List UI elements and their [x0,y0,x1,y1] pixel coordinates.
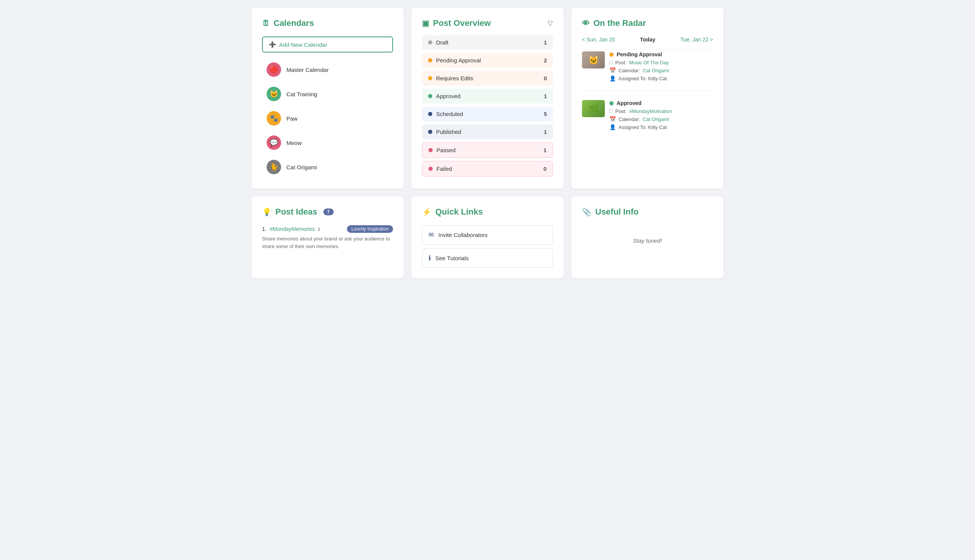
on-the-radar-card: 👁 On the Radar < Sun, Jan 20 Today Tue, … [571,8,724,189]
calendars-card: 🗓 Calendars ➕ Add New Calendar 🔴 Master … [251,8,404,189]
envelope-icon: ✉ [428,231,434,239]
post-count: 1 [544,147,547,153]
calendar-item[interactable]: 💬 Meow [262,132,393,154]
calendar-name: Cat Origami [286,164,317,170]
status-dot [609,52,614,57]
invite-collaborators-button[interactable]: ✉ Invite Collaborators [422,225,553,245]
info-icon[interactable]: ℹ [318,227,320,232]
post-label: Draft [436,39,449,46]
post-ideas-card: 💡 Post Ideas 7 1. #MondayMemories ℹ Loom… [251,196,404,278]
post-link[interactable]: Music Of The Day [629,60,669,65]
radar-thumbnail: 🐱 [582,52,605,68]
post-overview-card: ▣ Post Overview ▽ Draft 1 Pending Approv… [411,8,564,189]
calendar-field-label: Calendar: [619,117,640,122]
quick-link-label: Invite Collaborators [438,232,487,238]
status-label: Approved [617,100,641,106]
quick-links-heading: Quick Links [435,207,483,217]
post-overview-header: ▣ Post Overview ▽ [422,18,553,28]
idea-badge: Loomly Inspiration [347,225,393,233]
post-overview-heading: Post Overview [433,18,491,28]
radar-divider [582,90,713,91]
plus-icon: ➕ [269,41,276,48]
filter-icon[interactable]: ▽ [548,19,553,27]
post-row-requires[interactable]: Requires Edits 0 [422,71,553,86]
passed-dot [428,148,433,152]
calendar-link[interactable]: Cat Origami [642,68,669,73]
add-calendar-button[interactable]: ➕ Add New Calendar [262,37,393,52]
post-label: Requires Edits [436,75,473,82]
post-count: 2 [544,57,547,63]
calendars-title: 🗓 Calendars [262,18,393,28]
post-row-failed[interactable]: Failed 0 [422,161,553,177]
post-count: 0 [544,165,547,172]
idea-link[interactable]: #MondayMemories [270,226,315,232]
post-count: 5 [544,111,547,117]
paperclip-icon: 📎 [582,207,592,217]
post-count: 1 [544,39,547,46]
calendar-link[interactable]: Cat Origami [642,117,669,122]
calendar-icon: 🗓 [262,19,270,28]
calendar-item[interactable]: 🐈 Cat Origami [262,156,393,178]
quick-link-label: See Tutorials [435,255,469,262]
post-ideas-title: 💡 Post Ideas 7 [262,207,393,217]
post-icon: ▣ [422,18,429,28]
radar-nav: < Sun, Jan 20 Today Tue, Jan 22 > [582,37,713,43]
post-ideas-heading: Post Ideas [275,207,317,217]
info-icon: ℹ [428,254,431,262]
approved-dot [428,94,432,98]
post-row-scheduled[interactable]: Scheduled 5 [422,107,553,122]
post-field-label: Post: [615,60,627,65]
cat-training-icon: 🐱 [267,87,281,101]
radar-next-button[interactable]: Tue, Jan 22 > [681,37,713,43]
calendar-icon-small: 📅 [609,67,616,73]
post-icon-small: □ [609,59,612,65]
post-label: Approved [436,93,460,99]
master-calendar-icon: 🔴 [267,62,281,77]
radar-icon: 👁 [582,19,590,28]
calendars-heading: Calendars [273,18,314,28]
post-overview-title: ▣ Post Overview [422,18,491,28]
radar-prev-button[interactable]: < Sun, Jan 20 [582,37,615,43]
post-row-draft[interactable]: Draft 1 [422,35,553,50]
published-dot [428,130,432,134]
status-label: Pending Approval [617,52,662,57]
post-label: Pending Approval [436,57,481,63]
calendar-item[interactable]: 🐾 Paw [262,107,393,129]
paw-icon: 🐾 [267,111,281,125]
assigned-label: Assigned To: Kitty Cat [619,124,667,130]
post-count: 1 [544,128,547,135]
meow-icon: 💬 [267,135,281,150]
post-icon-small: □ [609,108,612,114]
post-link[interactable]: #MondayMotivation [629,108,672,114]
post-rows: Draft 1 Pending Approval 2 Requires Edit… [422,35,553,177]
quick-links-card: ⚡ Quick Links ✉ Invite Collaborators ℹ S… [411,196,564,278]
radar-title: 👁 On the Radar [582,18,713,28]
useful-info-card: 📎 Useful Info Stay tuned! [571,196,724,278]
post-row-approved[interactable]: Approved 1 [422,88,553,103]
calendar-icon-small: 📅 [609,116,616,122]
idea-description: Share memories about your brand or ask y… [262,235,393,250]
quick-links-icon: ⚡ [422,207,431,217]
post-row-passed[interactable]: Passed 1 [422,142,553,158]
post-row-published[interactable]: Published 1 [422,124,553,139]
radar-today-label: Today [640,37,656,43]
radar-heading: On the Radar [594,18,646,28]
calendar-item[interactable]: 🔴 Master Calendar [262,58,393,81]
failed-dot [428,167,433,171]
radar-item: 🐱 Pending Approval □ Post: Music Of The … [582,52,713,82]
post-row-pending[interactable]: Pending Approval 2 [422,53,553,68]
add-calendar-label: Add New Calendar [279,42,327,48]
see-tutorials-button[interactable]: ℹ See Tutorials [422,248,553,268]
ideas-icon: 💡 [262,207,271,217]
idea-number: 1. [262,226,267,232]
pending-dot [428,58,432,62]
user-icon-small: 👤 [609,75,616,82]
calendar-field-label: Calendar: [619,68,640,73]
calendar-name: Cat Training [286,91,317,97]
post-label: Failed [436,165,452,172]
calendar-item[interactable]: 🐱 Cat Training [262,83,393,105]
radar-items: 🐱 Pending Approval □ Post: Music Of The … [582,52,713,130]
radar-divider [582,50,713,50]
calendar-name: Paw [286,115,298,122]
calendar-list: 🔴 Master Calendar 🐱 Cat Training 🐾 Paw 💬… [262,58,393,178]
